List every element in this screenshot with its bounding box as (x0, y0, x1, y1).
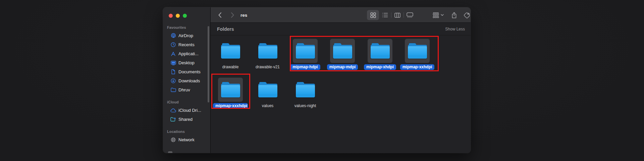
sidebar-item-label: Applicati... (178, 51, 199, 56)
show-less-button[interactable]: Show Less (445, 27, 465, 31)
column-view-icon (394, 13, 400, 18)
icon-view-icon (370, 12, 376, 18)
blue-folder-icon (296, 82, 315, 97)
group-by-icon (433, 12, 439, 18)
folder-label: drawable-v21 (253, 64, 282, 70)
blue-folder-icon (221, 43, 240, 59)
sidebar-section-heading: iCloud (163, 99, 210, 106)
sidebar-item-label: iCloud Dri... (178, 108, 201, 113)
share-icon (451, 12, 457, 18)
folder-item-drawable-v21[interactable]: drawable-v21 (250, 39, 285, 70)
shared-folder-icon (170, 116, 176, 122)
folder-label: values (260, 103, 276, 109)
clock-icon (170, 42, 176, 48)
sidebar-item-dhruv[interactable]: Dhruv (165, 85, 208, 94)
sidebar-item-documents[interactable]: Documents (165, 67, 208, 76)
sidebar-item-label: Recents (178, 42, 195, 47)
tag-button[interactable] (462, 10, 471, 20)
close-button[interactable] (169, 14, 173, 18)
sidebar-item-desktop[interactable]: Desktop (165, 58, 208, 67)
sidebar-item-recents[interactable]: Recents (165, 40, 208, 49)
folder-icon[interactable] (255, 78, 280, 102)
toolbar: res (211, 7, 471, 23)
partial-sidebar-item (168, 151, 172, 153)
sidebar-section-heading: Locations (163, 129, 210, 135)
forward-button[interactable] (228, 11, 237, 19)
document-icon (170, 69, 176, 75)
cloud-icon (170, 107, 176, 113)
tag-icon (464, 12, 470, 18)
sidebar-section-heading: Favourites (163, 25, 210, 31)
column-view-button[interactable] (391, 10, 404, 20)
chevron-left-icon (219, 13, 221, 17)
folder-icon[interactable] (255, 39, 280, 63)
sidebar-item-label: AirDrop (178, 33, 193, 38)
folders-section-header: Folders Show Less (211, 23, 471, 35)
download-icon (170, 78, 176, 84)
folder-label: values-night (292, 103, 319, 109)
sidebar: FavouritesAirDropRecentsApplicati...Desk… (163, 7, 211, 153)
list-view-button[interactable] (379, 10, 391, 20)
app-a-icon (170, 51, 176, 57)
view-mode-switcher (367, 10, 416, 20)
gallery-view-icon (407, 12, 413, 18)
desktop-icon (170, 60, 176, 66)
sidebar-item-label: Shared (178, 117, 193, 122)
gallery-view-button[interactable] (404, 10, 416, 20)
section-title: Folders (217, 26, 445, 32)
sidebar-item-label: Downloads (178, 78, 200, 83)
folder-item-values[interactable]: values (250, 78, 285, 109)
folder-label: drawable (220, 64, 241, 70)
window-title: res (240, 7, 247, 23)
finder-window: FavouritesAirDropRecentsApplicati...Desk… (163, 7, 471, 153)
desktop-background: FavouritesAirDropRecentsApplicati...Desk… (0, 0, 644, 161)
sidebar-item-shared[interactable]: Shared (165, 115, 208, 124)
sidebar-item-label: Documents (178, 69, 201, 74)
icon-view-button[interactable] (367, 10, 379, 20)
sidebar-item-label: Dhruv (178, 87, 190, 92)
group-by-button[interactable] (429, 10, 447, 20)
blue-folder-icon (258, 82, 277, 97)
sidebar-item-network[interactable]: Network (165, 135, 208, 144)
sidebar-nav: FavouritesAirDropRecentsApplicati...Desk… (163, 25, 210, 144)
traffic-lights (169, 14, 187, 18)
folder-item-drawable[interactable]: drawable (213, 39, 248, 70)
minimize-button[interactable] (176, 14, 180, 18)
folder-icon[interactable] (293, 78, 318, 102)
sidebar-item-icloud-dri[interactable]: iCloud Dri... (165, 106, 208, 115)
chevron-down-icon (441, 14, 444, 16)
sidebar-item-downloads[interactable]: Downloads (165, 76, 208, 85)
chevron-right-icon (231, 13, 234, 17)
folder-icon[interactable] (218, 39, 243, 63)
red-annotation-box (211, 74, 250, 109)
folder-item-values-night[interactable]: values-night (288, 78, 323, 109)
red-annotation-box (290, 36, 439, 71)
sidebar-item-airdrop[interactable]: AirDrop (165, 31, 208, 40)
sidebar-scrollbar[interactable] (208, 26, 209, 102)
sidebar-item-label: Network (178, 137, 195, 142)
folder-icon (170, 87, 176, 93)
list-view-icon (382, 12, 388, 18)
sidebar-item-label: Desktop (178, 60, 195, 65)
airdrop-icon (170, 33, 176, 38)
sidebar-item-applicati[interactable]: Applicati... (165, 49, 208, 58)
share-button[interactable] (449, 10, 459, 20)
globe-icon (170, 137, 176, 143)
zoom-button[interactable] (183, 14, 187, 18)
blue-folder-icon (258, 43, 277, 59)
back-button[interactable] (216, 11, 224, 19)
